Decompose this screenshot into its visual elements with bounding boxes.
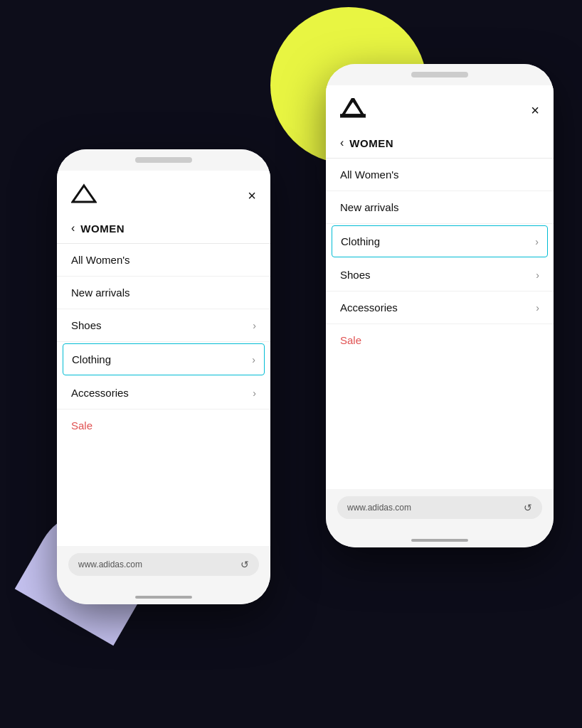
back-arrow-front[interactable]: ‹ [71, 222, 75, 235]
phone-header-back: × [326, 85, 554, 129]
menu-item-back-4[interactable]: Accessories› [326, 291, 554, 324]
notch-pill-front [135, 157, 192, 163]
menu-item-front-2[interactable]: Shoes› [57, 309, 270, 342]
section-title-front: WOMEN [80, 223, 125, 235]
menu-item-label-back-2: Clothing [341, 235, 380, 247]
svg-marker-1 [73, 186, 95, 202]
menu-list-front: All Women'sNew arrivalsShoes›Clothing›Ac… [57, 244, 270, 546]
nav-section-back: ‹ WOMEN [326, 129, 554, 159]
menu-item-label-front-1: New arrivals [71, 287, 130, 299]
menu-item-label-front-4: Accessories [71, 387, 129, 399]
menu-item-front-0[interactable]: All Women's [57, 244, 270, 277]
home-indicator-back [411, 539, 468, 542]
home-indicator-front [135, 596, 192, 599]
menu-item-label-front-2: Shoes [71, 319, 102, 331]
phone-notch-front [57, 149, 270, 171]
url-text-front: www.adidas.com [78, 560, 142, 569]
close-button-front[interactable]: × [248, 188, 256, 203]
back-arrow-back[interactable]: ‹ [340, 136, 344, 149]
menu-item-back-1[interactable]: New arrivals [326, 191, 554, 224]
chevron-icon-front-4: › [253, 387, 256, 399]
phone-content-front: × ‹ WOMEN All Women'sNew arrivalsShoes›C… [57, 171, 270, 546]
section-title-back: WOMEN [349, 137, 393, 149]
address-bar-back: www.adidas.com ↺ [337, 496, 542, 519]
phone-front: × ‹ WOMEN All Women'sNew arrivalsShoes›C… [57, 149, 270, 604]
menu-item-label-front-5: Sale [71, 419, 92, 432]
adidas-logo-back [340, 98, 366, 122]
menu-item-back-3[interactable]: Shoes› [326, 259, 554, 291]
phone-back: × ‹ WOMEN All Women'sNew arrivalsClothin… [326, 64, 554, 547]
reload-button-front[interactable]: ↺ [240, 559, 249, 570]
chevron-icon-back-4: › [536, 302, 539, 314]
adidas-logo-front [71, 183, 97, 208]
close-button-back[interactable]: × [531, 103, 539, 117]
nav-section-front: ‹ WOMEN [57, 215, 270, 244]
menu-item-back-0[interactable]: All Women's [326, 159, 554, 191]
notch-pill [411, 72, 468, 77]
address-bar-front: www.adidas.com ↺ [68, 553, 259, 576]
menu-item-label-back-0: All Women's [340, 168, 399, 181]
menu-list-back: All Women'sNew arrivalsClothing›Shoes›Ac… [326, 159, 554, 489]
menu-item-label-front-3: Clothing [72, 353, 111, 365]
phone-header-front: × [57, 171, 270, 215]
menu-item-front-1[interactable]: New arrivals [57, 277, 270, 309]
menu-item-label-back-4: Accessories [340, 301, 398, 314]
menu-item-label-back-3: Shoes [340, 269, 371, 281]
phone-footer-back: www.adidas.com ↺ [326, 489, 554, 533]
phone-content-back: × ‹ WOMEN All Women'sNew arrivalsClothin… [326, 85, 554, 489]
menu-item-front-4[interactable]: Accessories› [57, 377, 270, 410]
chevron-icon-back-3: › [536, 269, 539, 281]
menu-item-back-5[interactable]: Sale [326, 324, 554, 356]
chevron-icon-front-3: › [252, 354, 255, 365]
phone-footer-front: www.adidas.com ↺ [57, 546, 270, 590]
menu-item-front-3[interactable]: Clothing› [63, 343, 265, 375]
phone-notch-back [326, 64, 554, 85]
reload-button-back[interactable]: ↺ [524, 502, 532, 513]
menu-item-label-back-1: New arrivals [340, 201, 399, 213]
phone-bottom-front [57, 590, 270, 604]
menu-item-label-back-5: Sale [340, 334, 361, 346]
menu-item-front-5[interactable]: Sale [57, 410, 270, 441]
menu-item-back-2[interactable]: Clothing› [332, 225, 548, 257]
menu-item-label-front-0: All Women's [71, 254, 130, 266]
url-text-back: www.adidas.com [347, 503, 411, 513]
phone-bottom-back [326, 533, 554, 547]
chevron-icon-front-2: › [253, 320, 256, 331]
chevron-icon-back-2: › [535, 236, 539, 247]
